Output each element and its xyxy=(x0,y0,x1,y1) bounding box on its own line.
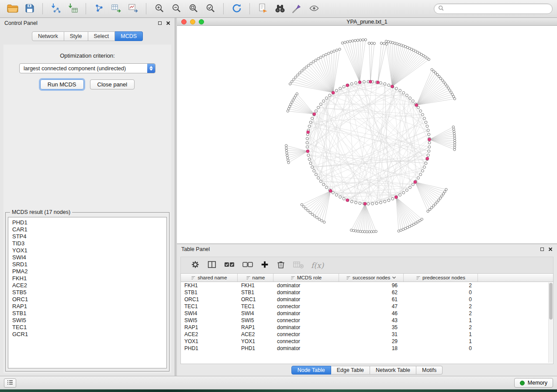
float-panel-icon[interactable] xyxy=(158,21,162,25)
show-hide-icon xyxy=(309,3,319,15)
mcds-result-item[interactable]: RAP1 xyxy=(8,303,166,310)
tab-select[interactable]: Select xyxy=(88,31,115,41)
open-folder-button[interactable] xyxy=(4,2,21,16)
chevron-down-icon xyxy=(392,276,396,279)
zoom-in-button[interactable] xyxy=(151,2,167,16)
zoom-selected-button[interactable] xyxy=(202,2,218,16)
table-row[interactable]: RAP1RAP1dominator352 xyxy=(181,324,553,331)
close-window-icon[interactable] xyxy=(181,19,187,24)
mcds-result-item[interactable]: STB5 xyxy=(8,289,166,296)
refresh-button[interactable] xyxy=(228,2,245,16)
table-cell: 96 xyxy=(339,282,404,289)
mcds-result-title: MCDS result (17 nodes) xyxy=(10,209,72,215)
style-wand-button[interactable] xyxy=(289,2,305,16)
close-panel-icon[interactable] xyxy=(166,21,170,25)
export-image-button[interactable] xyxy=(125,2,141,16)
mcds-result-item[interactable]: TEC1 xyxy=(8,324,166,331)
table-cell: dominator xyxy=(273,296,339,303)
table-row[interactable]: SWI5SWI5connector431 xyxy=(181,317,553,324)
mcds-result-item[interactable]: STP4 xyxy=(8,233,166,240)
table-cell: 1 xyxy=(404,338,478,344)
tab-network[interactable]: Network xyxy=(32,31,64,41)
export-network-button[interactable] xyxy=(91,2,107,16)
tab-network-table[interactable]: Network Table xyxy=(370,366,416,375)
table-cell: SWI5 xyxy=(238,317,273,323)
add-row-button[interactable] xyxy=(260,260,269,270)
scrollbar-thumb[interactable] xyxy=(549,283,553,320)
tab-mcds[interactable]: MCDS xyxy=(115,31,143,41)
import-table-button[interactable] xyxy=(65,2,81,16)
close-panel-button[interactable]: Close panel xyxy=(90,79,135,89)
float-table-panel-icon[interactable] xyxy=(540,248,544,251)
save-button[interactable] xyxy=(21,2,38,16)
columns-button[interactable] xyxy=(207,260,217,271)
table-cell: 2 xyxy=(404,324,478,330)
search-box[interactable] xyxy=(434,3,553,14)
export-table-button[interactable] xyxy=(108,2,124,16)
zoom-out-button[interactable] xyxy=(168,2,184,16)
sort-icon xyxy=(291,275,295,280)
mcds-result-item[interactable]: SWI4 xyxy=(8,254,166,261)
table-row[interactable]: SWI4SWI4dominator462 xyxy=(181,310,553,317)
deselect-all-button[interactable] xyxy=(242,260,253,271)
table-row[interactable]: PHD1PHD1dominator180 xyxy=(181,345,553,352)
panel-splitter[interactable] xyxy=(175,18,177,376)
column-header-name[interactable]: name xyxy=(238,274,273,282)
task-history-button[interactable] xyxy=(4,378,16,388)
task-list-icon xyxy=(7,380,13,386)
select-all-button[interactable] xyxy=(224,260,235,271)
clone-network-button[interactable] xyxy=(255,2,271,16)
delete-row-button[interactable] xyxy=(276,260,286,271)
table-row[interactable]: ACE2ACE2connector311 xyxy=(181,331,553,338)
mcds-result-list[interactable]: PHD1CAR1STP4TID3YOX1SWI4SRD1PMA2FKH1ACE2… xyxy=(8,217,167,368)
toolbar-separator xyxy=(86,3,86,14)
search-input[interactable] xyxy=(446,6,548,12)
mcds-result-item[interactable]: YOX1 xyxy=(8,247,166,254)
network-canvas[interactable] xyxy=(177,26,557,244)
mcds-result-item[interactable]: ORC1 xyxy=(8,296,166,303)
function-builder-icon: f(x) xyxy=(311,261,324,270)
criterion-select[interactable]: largest connected component (undirected) xyxy=(19,63,156,73)
settings-gear-button[interactable] xyxy=(190,260,200,271)
table-cell: dominator xyxy=(273,282,339,289)
table-scrollbar[interactable] xyxy=(548,282,553,363)
mcds-result-item[interactable]: STB1 xyxy=(8,310,166,317)
mcds-result-item[interactable]: PMA2 xyxy=(8,268,166,275)
column-header-MCDS-role[interactable]: MCDS role xyxy=(273,274,339,282)
column-header-predecessor-nodes[interactable]: predecessor nodes xyxy=(404,274,478,282)
zoom-fit-button[interactable] xyxy=(185,2,201,16)
mcds-result-item[interactable]: CAR1 xyxy=(8,226,166,233)
find-button[interactable] xyxy=(272,2,288,16)
table-toolbar: f(x) xyxy=(180,257,554,273)
table-row[interactable]: STB1STB1dominator620 xyxy=(181,289,553,296)
table-row[interactable]: ORC1ORC1dominator610 xyxy=(181,296,553,303)
minimize-window-icon[interactable] xyxy=(190,19,195,24)
close-table-panel-icon[interactable] xyxy=(548,247,553,251)
memory-button[interactable]: Memory xyxy=(514,378,553,388)
toolbar-separator xyxy=(223,3,224,14)
mcds-result-item[interactable]: TID3 xyxy=(8,240,166,247)
table-row[interactable]: YOX1YOX1connector291 xyxy=(181,338,553,345)
tab-edge-table[interactable]: Edge Table xyxy=(331,366,370,375)
tab-motifs[interactable]: Motifs xyxy=(416,366,443,375)
import-network-button[interactable] xyxy=(48,2,64,16)
mcds-result-item[interactable]: SWI5 xyxy=(8,317,166,324)
table-row[interactable]: FKH1FKH1dominator962 xyxy=(181,282,553,289)
mcds-result-item[interactable]: PHD1 xyxy=(8,219,166,226)
table-cell: connector xyxy=(273,331,339,337)
mcds-result-item[interactable]: SRD1 xyxy=(8,261,166,268)
show-hide-button[interactable] xyxy=(306,2,322,16)
mcds-result-item[interactable]: FKH1 xyxy=(8,275,166,282)
column-header-shared-name[interactable]: shared name xyxy=(181,274,238,282)
splitter-collapse-icon[interactable] xyxy=(175,193,177,205)
run-mcds-button[interactable]: Run MCDS xyxy=(40,79,84,89)
table-cell: FKH1 xyxy=(181,282,238,289)
tab-node-table[interactable]: Node Table xyxy=(291,366,331,375)
mcds-result-item[interactable]: ACE2 xyxy=(8,282,166,289)
table-row[interactable]: TEC1TEC1connector472 xyxy=(181,303,553,310)
maximize-window-icon[interactable] xyxy=(199,19,204,24)
mcds-result-item[interactable]: GCR1 xyxy=(8,331,166,338)
column-header-successor-nodes[interactable]: successor nodes xyxy=(339,274,404,282)
tab-style[interactable]: Style xyxy=(64,31,88,41)
network-window-titlebar[interactable]: YPA_prune.txt_1 xyxy=(177,18,557,26)
